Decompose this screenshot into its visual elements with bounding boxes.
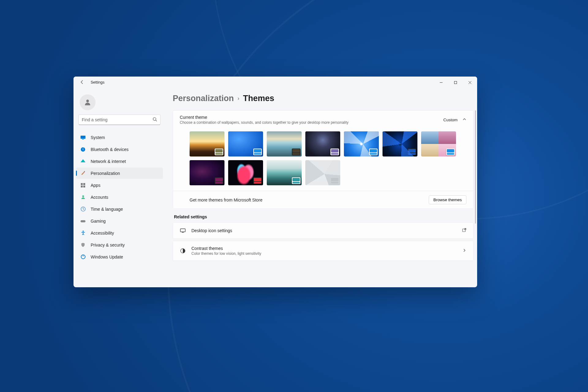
svg-rect-7 — [81, 183, 83, 185]
card-subtitle: Choose a combination of wallpapers, soun… — [180, 120, 443, 125]
theme-bloom-dark[interactable] — [383, 131, 417, 156]
user-avatar[interactable] — [80, 94, 96, 110]
breadcrumb: Personalization › Themes — [173, 94, 470, 103]
theme-forest-sunlight[interactable] — [190, 131, 224, 156]
nav-label: Apps — [91, 183, 100, 188]
globe-clock-icon — [80, 206, 86, 212]
svg-rect-13 — [81, 220, 85, 222]
current-theme-card: Current theme Choose a combination of wa… — [173, 110, 473, 209]
row-title: Desktop icon settings — [191, 228, 457, 233]
svg-rect-9 — [81, 185, 83, 187]
sidebar: System Bluetooth & devices Network & int… — [74, 88, 165, 287]
nav-system[interactable]: System — [76, 132, 163, 143]
card-title: Current theme — [180, 115, 443, 120]
nav-label: Personalization — [91, 171, 120, 176]
titlebar: Settings — [74, 77, 477, 88]
row-title: Contrast themes — [191, 246, 457, 251]
browse-themes-button[interactable]: Browse themes — [429, 195, 466, 204]
nav-label: System — [91, 135, 105, 140]
svg-point-14 — [82, 231, 84, 232]
svg-rect-8 — [83, 183, 85, 185]
desktop-icon — [180, 228, 186, 234]
nav-accounts[interactable]: Accounts — [76, 191, 163, 203]
related-settings-heading: Related settings — [174, 214, 473, 219]
theme-grid — [173, 129, 473, 191]
contrast-icon — [180, 248, 186, 254]
current-theme-header[interactable]: Current theme Choose a combination of wa… — [173, 111, 473, 129]
scrollbar[interactable] — [475, 110, 476, 224]
theme-sunrise-fjord[interactable] — [267, 160, 302, 185]
nav-accessibility[interactable]: Accessibility — [76, 227, 163, 239]
theme-windows-blue[interactable] — [228, 131, 263, 156]
svg-point-2 — [153, 117, 156, 120]
minimize-button[interactable] — [434, 77, 448, 88]
svg-rect-4 — [82, 139, 84, 140]
theme-lake-reflection[interactable] — [267, 131, 302, 156]
paintbrush-icon — [80, 171, 86, 176]
breadcrumb-current: Themes — [243, 94, 274, 103]
svg-rect-3 — [81, 136, 85, 139]
nav: System Bluetooth & devices Network & int… — [76, 131, 163, 263]
person-icon — [80, 194, 86, 200]
store-row: Get more themes from Microsoft Store Bro… — [173, 191, 473, 209]
nav-label: Windows Update — [91, 254, 123, 259]
maximize-button[interactable] — [448, 77, 463, 88]
update-icon — [80, 254, 86, 260]
chevron-right-icon — [462, 248, 466, 254]
nav-time-language[interactable]: Time & language — [76, 203, 163, 215]
open-external-icon — [462, 228, 466, 233]
nav-bluetooth[interactable]: Bluetooth & devices — [76, 144, 163, 155]
wifi-icon — [80, 159, 86, 164]
content: Personalization › Themes Current theme C… — [165, 88, 477, 287]
breadcrumb-parent[interactable]: Personalization — [173, 94, 234, 103]
row-subtitle: Color themes for low vision, light sensi… — [191, 251, 457, 256]
theme-bloom-light[interactable] — [344, 131, 379, 156]
search-icon — [153, 117, 157, 123]
nav-label: Gaming — [91, 219, 106, 224]
theme-glow[interactable] — [190, 160, 224, 185]
nav-label: Network & internet — [91, 159, 126, 164]
settings-window: Settings — [74, 77, 477, 287]
monitor-icon — [80, 135, 86, 140]
svg-rect-17 — [182, 232, 184, 232]
nav-privacy[interactable]: Privacy & security — [76, 239, 163, 251]
theme-bloom-gray[interactable] — [305, 160, 340, 185]
nav-apps[interactable]: Apps — [76, 179, 163, 191]
svg-rect-0 — [454, 81, 457, 84]
apps-icon — [80, 183, 86, 188]
nav-label: Privacy & security — [91, 243, 125, 247]
window-title: Settings — [91, 80, 104, 85]
nav-label: Accounts — [91, 195, 108, 200]
theme-flow-dark[interactable] — [228, 160, 263, 185]
chevron-up-icon — [462, 117, 466, 122]
bluetooth-icon — [80, 147, 86, 152]
back-button[interactable] — [78, 80, 86, 85]
svg-rect-10 — [83, 185, 85, 187]
search-box[interactable] — [78, 115, 160, 125]
nav-windows-update[interactable]: Windows Update — [76, 251, 163, 262]
nav-gaming[interactable]: Gaming — [76, 215, 163, 227]
theme-captured-motion[interactable] — [421, 131, 456, 156]
chevron-right-icon: › — [238, 95, 239, 102]
nav-personalization[interactable]: Personalization — [76, 168, 163, 179]
search-input[interactable] — [82, 117, 153, 122]
theme-milky-way[interactable] — [305, 131, 340, 156]
accessibility-icon — [80, 230, 86, 236]
nav-label: Accessibility — [91, 231, 114, 236]
nav-label: Bluetooth & devices — [91, 147, 129, 152]
nav-label: Time & language — [91, 207, 123, 212]
gamepad-icon — [80, 218, 86, 224]
nav-network[interactable]: Network & internet — [76, 156, 163, 167]
svg-point-11 — [82, 195, 84, 197]
close-button[interactable] — [463, 77, 477, 88]
store-text: Get more themes from Microsoft Store — [190, 198, 429, 202]
shield-icon — [80, 242, 86, 248]
svg-point-1 — [86, 100, 89, 102]
contrast-themes-row[interactable]: Contrast themes Color themes for low vis… — [173, 241, 473, 261]
desktop-icon-settings-row[interactable]: Desktop icon settings — [173, 222, 473, 239]
current-theme-value: Custom — [443, 118, 458, 122]
svg-rect-16 — [180, 229, 185, 232]
